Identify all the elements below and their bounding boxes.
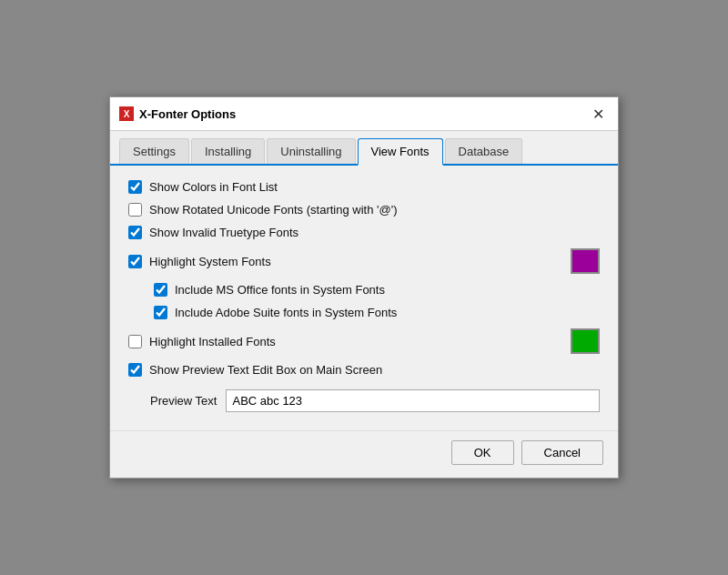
highlight-installed-checkbox[interactable] (128, 335, 142, 348)
include-ms-office-checkbox[interactable] (154, 283, 167, 297)
cancel-button[interactable]: Cancel (521, 440, 603, 465)
tab-database[interactable]: Database (445, 138, 523, 164)
highlight-installed-checkbox-row: Highlight Installed Fonts (128, 335, 571, 348)
include-ms-office-row: Include MS Office fonts in System Fonts (154, 283, 600, 297)
show-colors-row: Show Colors in Font List (128, 180, 600, 194)
tab-installing[interactable]: Installing (191, 138, 265, 164)
highlight-installed-row: Highlight Installed Fonts (128, 328, 600, 354)
include-adobe-checkbox[interactable] (154, 306, 167, 319)
highlight-system-label[interactable]: Highlight System Fonts (149, 255, 271, 268)
show-rotated-checkbox[interactable] (128, 203, 142, 217)
tab-view-fonts[interactable]: View Fonts (358, 138, 443, 166)
title-bar-left: X X-Fonter Options (119, 106, 236, 121)
close-button[interactable]: ✕ (587, 103, 609, 125)
show-invalid-label[interactable]: Show Invalid Truetype Fonts (149, 226, 298, 239)
preview-text-input[interactable] (226, 389, 600, 412)
show-preview-label[interactable]: Show Preview Text Edit Box on Main Scree… (149, 363, 382, 377)
show-rotated-row: Show Rotated Unicode Fonts (starting wit… (128, 203, 600, 217)
show-preview-row: Show Preview Text Edit Box on Main Scree… (128, 363, 600, 377)
preview-text-label: Preview Text (150, 394, 217, 408)
show-rotated-label[interactable]: Show Rotated Unicode Fonts (starting wit… (149, 203, 398, 217)
show-invalid-row: Show Invalid Truetype Fonts (128, 226, 600, 239)
tab-bar: Settings Installing Uninstalling View Fo… (110, 131, 618, 166)
tab-settings[interactable]: Settings (119, 138, 189, 164)
show-invalid-checkbox[interactable] (128, 226, 142, 239)
tab-uninstalling[interactable]: Uninstalling (267, 138, 355, 164)
ok-button[interactable]: OK (451, 440, 514, 465)
show-preview-checkbox[interactable] (128, 363, 142, 377)
app-icon: X (119, 106, 134, 121)
show-colors-label[interactable]: Show Colors in Font List (149, 180, 278, 194)
title-bar: X X-Fonter Options ✕ (110, 97, 618, 131)
highlight-system-checkbox[interactable] (128, 255, 142, 268)
highlight-system-row: Highlight System Fonts (128, 248, 600, 274)
window-title: X-Fonter Options (139, 107, 236, 121)
include-adobe-label[interactable]: Include Adobe Suite fonts in System Font… (175, 306, 397, 319)
highlight-system-checkbox-row: Highlight System Fonts (128, 255, 571, 268)
content-area: Show Colors in Font List Show Rotated Un… (110, 166, 618, 430)
footer: OK Cancel (110, 430, 618, 478)
include-adobe-row: Include Adobe Suite fonts in System Font… (154, 306, 600, 319)
show-colors-checkbox[interactable] (128, 180, 142, 194)
installed-fonts-color-swatch[interactable] (571, 328, 600, 354)
main-window: X X-Fonter Options ✕ Settings Installing… (109, 96, 619, 479)
preview-text-row: Preview Text (128, 389, 600, 412)
highlight-installed-label[interactable]: Highlight Installed Fonts (149, 335, 276, 348)
include-ms-office-label[interactable]: Include MS Office fonts in System Fonts (175, 283, 385, 297)
system-fonts-color-swatch[interactable] (571, 248, 600, 274)
